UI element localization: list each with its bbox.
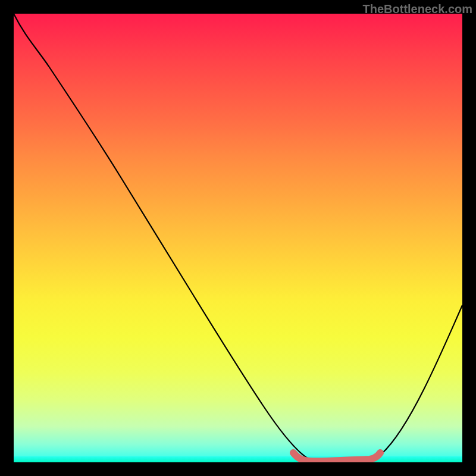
bottleneck-curve-path [14,14,462,461]
watermark-text: TheBottleneck.com [363,2,472,16]
line-chart-svg [14,14,462,462]
chart-container: TheBottleneck.com [0,0,476,476]
